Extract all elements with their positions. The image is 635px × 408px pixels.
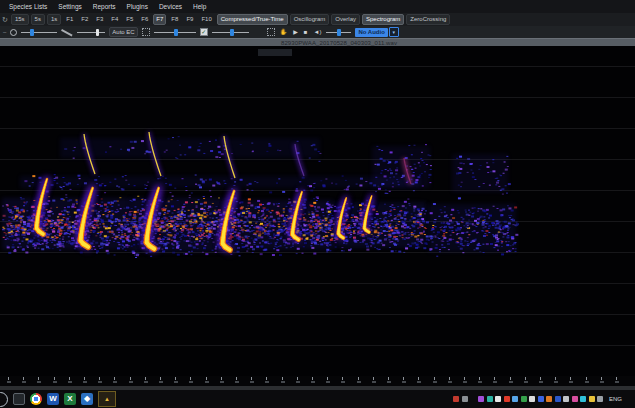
tray-icon-3[interactable] (487, 396, 493, 402)
axis-tick (175, 377, 176, 380)
file-title-bar: 82930PWAA_20170528_040303_011.wav (0, 38, 635, 46)
axis-tick-label (463, 381, 467, 383)
marquee-icon[interactable] (142, 28, 150, 36)
contrast-slider[interactable] (77, 28, 105, 37)
axis-tick (449, 377, 450, 380)
spectrogram-canvas[interactable] (0, 46, 635, 376)
menu-settings[interactable]: Settings (57, 0, 83, 13)
axis-tick-label (448, 381, 452, 383)
tray-icon-10[interactable] (546, 396, 552, 402)
button-1s[interactable]: 1s (47, 14, 61, 25)
axis-tick-label (357, 381, 361, 383)
excel-icon[interactable]: X (64, 393, 76, 405)
tray-icon-7[interactable] (521, 396, 527, 402)
pan-hand-icon[interactable]: ✋ (279, 28, 289, 36)
audio-output-value[interactable]: No Audio (355, 28, 387, 37)
tray-icon-12[interactable] (563, 396, 569, 402)
speaker-icon[interactable]: ◄) (312, 28, 322, 36)
menu-species-lists[interactable]: Species Lists (8, 0, 48, 13)
axis-tick (99, 377, 100, 380)
refresh-icon[interactable]: ↻ (2, 16, 8, 24)
axis-tick (312, 377, 313, 380)
axis-tick-label (554, 381, 558, 383)
axis-tick (69, 377, 70, 380)
spectrogram-panel[interactable] (0, 46, 635, 376)
button-zerocrossing[interactable]: ZeroCrossing (406, 14, 450, 25)
axis-tick-label (296, 381, 300, 383)
axis-tick-label (493, 381, 497, 383)
language-indicator[interactable]: ENG (609, 396, 622, 402)
axis-tick (388, 377, 389, 380)
button-spectrogram[interactable]: Spectrogram (362, 14, 404, 25)
pre-gain-slider[interactable] (21, 28, 57, 37)
word-icon[interactable]: W (47, 393, 59, 405)
show-hidden-icons-button[interactable]: ▲ (98, 391, 116, 407)
axis-tick-label (83, 381, 87, 383)
tray-icon-2[interactable] (478, 396, 484, 402)
axis-tick (358, 377, 359, 380)
tray-icon-8[interactable] (529, 396, 535, 402)
menu-reports[interactable]: Reports (92, 0, 117, 13)
button-f2[interactable]: F2 (78, 14, 91, 25)
button-compressed-true-time[interactable]: Compressed/True-Time (217, 14, 288, 25)
button-f6[interactable]: F6 (138, 14, 151, 25)
system-tray: ENG (453, 390, 622, 408)
menu-devices[interactable]: Devices (158, 0, 183, 13)
button-f7[interactable]: F7 (153, 14, 166, 25)
axis-tick-label (417, 381, 421, 383)
button-f1[interactable]: F1 (63, 14, 76, 25)
axis-tick (236, 377, 237, 380)
button-f9[interactable]: F9 (183, 14, 196, 25)
audio-output-dropdown[interactable]: No Audio ▾ (355, 27, 398, 37)
button-f10[interactable]: F10 (198, 14, 214, 25)
button-f4[interactable]: F4 (108, 14, 121, 25)
menu-help[interactable]: Help (192, 0, 207, 13)
axis-tick (616, 377, 617, 380)
button-5s[interactable]: 5s (31, 14, 45, 25)
button-oscillogram[interactable]: Oscillogram (290, 14, 330, 25)
axis-tick-label (478, 381, 482, 383)
button-f5[interactable]: F5 (123, 14, 136, 25)
sensitivity-slider[interactable] (212, 28, 249, 37)
menu-plugins[interactable]: Plugins (126, 0, 149, 13)
slider-thumb[interactable] (174, 29, 178, 36)
chrome-icon[interactable] (30, 393, 42, 405)
slider-thumb[interactable] (337, 29, 341, 36)
stop-button[interactable]: ■ (303, 28, 309, 36)
axis-tick (479, 377, 480, 380)
axis-tick (464, 377, 465, 380)
defender-icon[interactable]: ◆ (81, 393, 93, 405)
tray-icon-11[interactable] (555, 396, 561, 402)
slider-thumb[interactable] (96, 29, 99, 36)
auto-ec-button[interactable]: Auto EC (109, 27, 137, 37)
volume-slider[interactable] (326, 28, 351, 37)
controls-toolbar: – Auto EC ✓ ✋ ▶ ■ ◄) No A (0, 26, 635, 38)
axis-tick (510, 377, 511, 380)
slider-thumb[interactable] (230, 29, 234, 36)
filter-checkbox[interactable]: ✓ (200, 28, 208, 36)
tray-icon-13[interactable] (572, 396, 578, 402)
tray-icon-4[interactable] (495, 396, 501, 402)
tray-icon-16[interactable] (597, 396, 603, 402)
play-button[interactable]: ▶ (292, 28, 299, 36)
tray-icon-6[interactable] (512, 396, 518, 402)
tray-icon-5[interactable] (504, 396, 510, 402)
axis-tick (145, 377, 146, 380)
tray-icon-9[interactable] (538, 396, 544, 402)
button-overlay[interactable]: Overlay (331, 14, 360, 25)
axis-tick-label (509, 381, 513, 383)
slider-thumb[interactable] (30, 29, 34, 36)
tray-icon-0[interactable] (453, 396, 459, 402)
start-button[interactable] (0, 392, 8, 407)
chevron-down-icon[interactable]: ▾ (389, 27, 399, 37)
button-f3[interactable]: F3 (93, 14, 106, 25)
tray-icon-1[interactable] (462, 396, 468, 402)
threshold-slider[interactable] (154, 28, 196, 37)
select-tool-icon[interactable] (267, 28, 275, 36)
button-15s[interactable]: 15s (11, 14, 29, 25)
axis-tick-label (189, 381, 193, 383)
tray-icon-15[interactable] (589, 396, 595, 402)
file-explorer-icon[interactable] (13, 393, 25, 405)
tray-icon-14[interactable] (580, 396, 586, 402)
button-f8[interactable]: F8 (168, 14, 181, 25)
